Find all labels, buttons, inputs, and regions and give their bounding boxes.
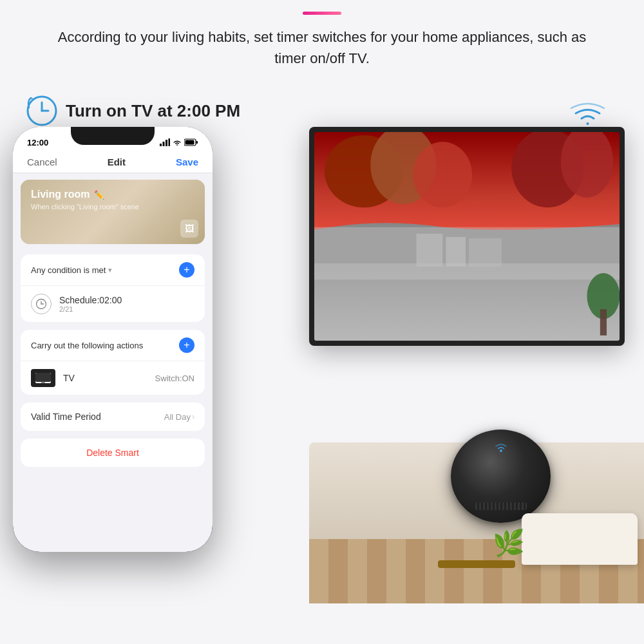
scene-card[interactable]: Living room ✏️ When clicking "Living roo… [21,180,205,244]
tv-action-value: Switch:ON [155,374,194,383]
svg-rect-4 [163,142,165,146]
nav-save-btn[interactable]: Save [176,156,198,167]
tv-container [309,127,644,372]
svg-rect-9 [185,140,194,145]
room-table [438,560,515,568]
add-condition-btn[interactable]: + [179,262,194,278]
phone-screen: 12:00 [13,127,213,552]
phone-frame: 12:00 [13,127,213,552]
svg-rect-3 [160,144,162,146]
valid-period-value: All Day › [164,412,194,422]
svg-rect-6 [169,138,171,146]
svg-rect-15 [41,382,45,383]
tv-scene [314,132,620,341]
timer-label: Turn on TV at 2:00 PM [26,95,296,127]
clock-icon [26,95,58,127]
scene-title: Living room ✏️ [31,189,194,200]
add-action-btn[interactable]: + [179,337,194,353]
main-area: Turn on TV at 2:00 PM 12:00 [0,75,644,603]
smart-hub-device [451,430,554,526]
valid-period-row[interactable]: Valid Time Period All Day › [21,402,205,431]
phone-mockup: 12:00 [13,127,213,552]
svg-point-20 [413,142,472,207]
svg-rect-5 [166,140,167,146]
battery-icon [184,138,198,146]
condition-header: Any condition is met ▾ + [21,254,205,286]
valid-period-label: Valid Time Period [31,412,101,422]
svg-point-30 [500,450,502,452]
tv-action-label: TV [63,373,147,383]
action-row[interactable]: TV Switch:ON [21,361,205,395]
schedule-row[interactable]: Schedule:02:00 2/21 [21,286,205,322]
hub-grill [475,502,527,510]
svg-rect-27 [314,227,620,280]
tv-frame [309,127,625,346]
nav-cancel-btn[interactable]: Cancel [27,156,57,167]
actions-header-text: Carry out the following actions [31,341,143,350]
svg-rect-29 [600,309,607,336]
status-icons [160,138,198,146]
schedule-info: Schedule:02:00 2/21 [59,295,122,313]
schedule-time: Schedule:02:00 [59,295,122,305]
left-side: Turn on TV at 2:00 PM 12:00 [0,75,296,603]
condition-header-text: Any condition is met ▾ [31,265,112,275]
svg-rect-16 [35,373,51,382]
chevron-down-icon: ▾ [108,266,112,274]
scene-content: Living room ✏️ When clicking "Living roo… [21,180,205,244]
header-text: According to your living habits, set tim… [0,15,644,69]
timer-text: Turn on TV at 2:00 PM [66,101,240,121]
right-side: 🌿 [296,75,644,603]
nav-edit-btn[interactable]: Edit [108,156,126,167]
tv-action-icon [31,369,55,387]
actions-header: Carry out the following actions + [21,330,205,361]
room-sofa [522,513,638,565]
valid-period-section[interactable]: Valid Time Period All Day › [21,402,205,431]
scene-subtitle: When clicking "Living room" scene [31,203,194,211]
phone-nav: Cancel Edit Save [13,151,213,173]
status-time: 12:00 [27,138,48,147]
phone-notch [71,127,155,145]
edit-pencil-icon: ✏️ [94,190,104,200]
schedule-date: 2/21 [59,305,122,313]
actions-section: Carry out the following actions + [21,330,205,395]
chevron-right-icon: › [192,412,194,421]
delete-smart-btn[interactable]: Delete Smart [21,439,205,467]
schedule-clock-icon [31,294,52,314]
condition-section: Any condition is met ▾ + [21,254,205,322]
svg-rect-8 [196,141,198,144]
wifi-status-icon [173,139,182,146]
room-plant: 🌿 [493,528,525,558]
hub-body [451,430,551,523]
hub-wifi-icon [495,442,507,455]
tv-screen [314,132,620,341]
scene-image-icon: 🖼 [180,220,198,238]
signal-icon [160,138,170,146]
